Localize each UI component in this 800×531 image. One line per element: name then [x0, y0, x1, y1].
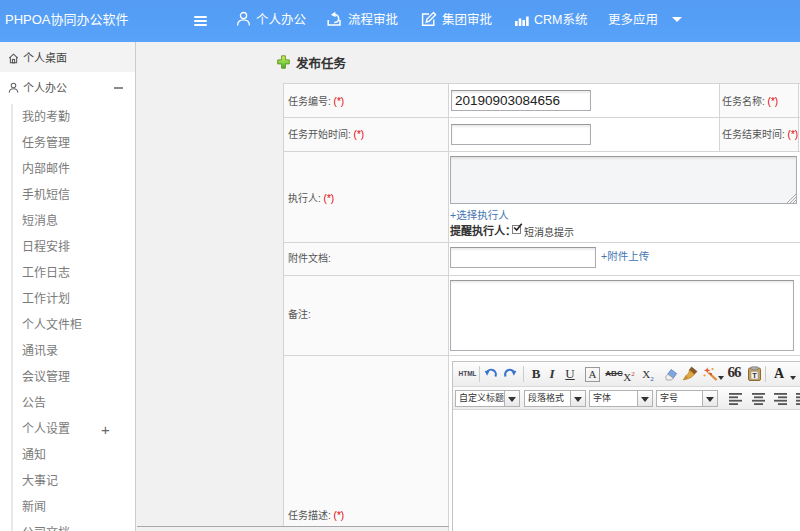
svg-text:T: T: [752, 371, 757, 380]
